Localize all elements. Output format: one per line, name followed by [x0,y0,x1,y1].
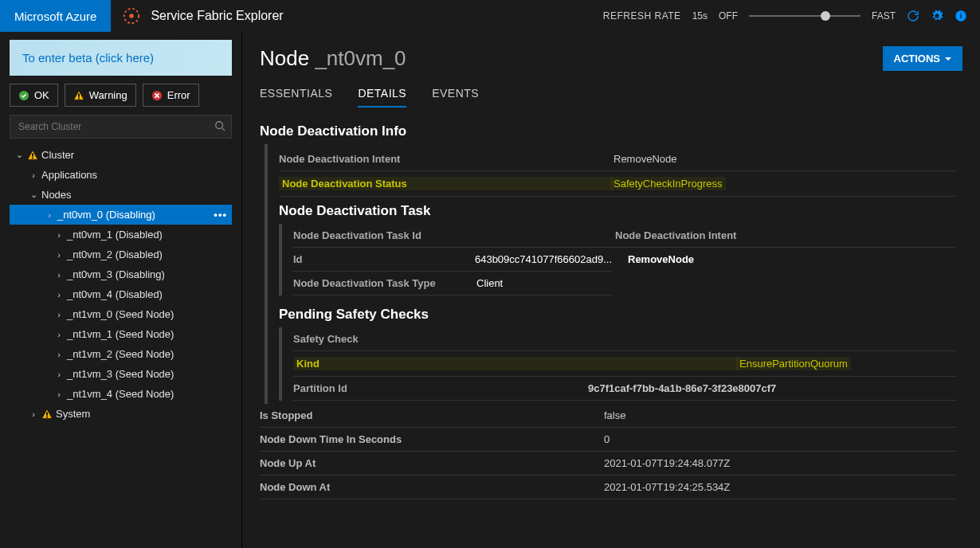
section-deactivation-task: Node Deactivation Task [279,203,956,219]
kv-row: Node Down At2021-01-07T19:24:25.534Z [260,476,956,499]
task-row: Node Deactivation Task TypeClient [293,272,612,296]
status-ok-button[interactable]: OK [10,84,58,107]
status-error-label: Error [167,89,190,101]
cluster-tree: ⌄ Cluster › Applications ⌄ Nodes › _nt0v… [10,145,232,424]
refresh-rate-label: REFRESH RATE [603,10,681,22]
kv-row: Node Up At2021-01-07T19:24:48.077Z [260,452,956,476]
tree-label: _nt1vm_4 (Seed Node) [67,388,174,400]
tree-node-item[interactable]: ›_nt0vm_1 (Disabled) [10,225,232,245]
beta-banner[interactable]: To enter beta (click here) [10,40,232,76]
svg-rect-16 [46,416,48,417]
kv-key: Node Deactivation Status [279,177,613,190]
app-title: Service Fabric Explorer [151,9,283,23]
title-node-name: _nt0vm_0 [315,46,406,70]
tab-details[interactable]: DETAILS [358,87,406,108]
tree-label: Nodes [41,189,72,201]
tree-label: System [56,408,90,420]
search-container [10,115,232,139]
tab-essentials[interactable]: ESSENTIALS [260,87,332,108]
tree-node-item[interactable]: ›_nt1vm_4 (Seed Node) [10,384,232,404]
tree-label: _nt1vm_1 (Seed Node) [67,328,174,340]
top-right-controls: REFRESH RATE 15s OFF FAST i [603,10,980,22]
svg-rect-7 [78,97,80,99]
tree-node-item[interactable]: ›_nt1vm_2 (Seed Node) [10,344,232,364]
tree-node-item[interactable]: ›_nt1vm_1 (Seed Node) [10,324,232,344]
ok-icon [18,90,29,101]
refresh-icon[interactable] [907,10,919,22]
tree-node-item[interactable]: ›_nt1vm_3 (Seed Node) [10,364,232,384]
section-safety-checks: Pending Safety Checks [279,307,956,323]
status-ok-label: OK [34,89,49,101]
kv-value: EnsurePartitionQuorum [736,357,851,370]
kv-key: Id [293,253,475,265]
chevron-right-icon: › [29,409,38,419]
tree-node-item[interactable]: ›_nt0vm_2 (Disabled) [10,245,232,264]
kv-row-highlighted: Node Deactivation StatusSafetyCheckInPro… [279,171,956,197]
tree-node-item[interactable]: › _nt0vm_0 (Disabling) ••• [10,205,232,225]
task-header-row: Node Deactivation Task Id Node Deactivat… [293,224,956,248]
kv-key: Node Deactivation Task Type [293,277,476,289]
tree-node-item[interactable]: ›_nt0vm_3 (Disabling) [10,264,232,284]
kv-value: Client [476,277,503,289]
tab-events[interactable]: EVENTS [432,87,479,108]
actions-button[interactable]: ACTIONS [883,46,963,71]
warning-icon [41,409,53,420]
chevron-right-icon: › [54,330,64,339]
task-col-header: Node Deactivation Intent [615,229,736,241]
kv-value: RemoveNode [628,253,694,265]
status-warning-button[interactable]: Warning [65,84,136,107]
caret-down-icon [945,57,951,61]
kv-key: Node Down Time In Seconds [260,433,604,445]
status-error-button[interactable]: Error [143,84,199,107]
chevron-right-icon: › [54,389,64,399]
kv-key: Kind [293,357,739,370]
tree-label: _nt0vm_4 (Disabled) [67,288,163,300]
top-bar: Microsoft Azure Service Fabric Explorer … [0,0,980,32]
svg-rect-6 [78,93,80,96]
tree-label: Applications [41,169,97,181]
kv-key: Node Deactivation Intent [279,153,613,165]
chevron-down-icon: ⌄ [14,150,24,160]
brand-badge[interactable]: Microsoft Azure [0,0,111,32]
kv-value: false [604,409,625,421]
tree-label: _nt0vm_3 (Disabling) [67,268,165,280]
chevron-right-icon: › [54,270,64,280]
status-warning-label: Warning [89,89,127,101]
tree-system[interactable]: › System [10,404,232,424]
main-header: Node _nt0vm_0 ACTIONS [260,46,962,71]
tree-label: _nt1vm_3 (Seed Node) [67,368,174,380]
task-row: RemoveNode [628,248,694,271]
slider-thumb[interactable] [821,11,830,21]
sidebar: To enter beta (click here) OK Warning Er… [0,32,242,548]
kv-key: Is Stopped [260,409,604,421]
service-fabric-logo-icon [122,6,141,25]
tree-cluster[interactable]: ⌄ Cluster [10,145,232,165]
tree-applications[interactable]: › Applications [10,165,232,185]
tree-label: _nt0vm_1 (Disabled) [67,229,163,241]
kv-row: Partition Id9c7f1caf-f7bb-4a1b-86e7-3f23… [293,377,956,401]
tree-label: _nt0vm_2 (Disabled) [67,249,163,260]
info-icon[interactable]: i [955,10,967,22]
warning-icon [73,90,84,101]
more-icon[interactable]: ••• [214,209,227,221]
main-panel: Node _nt0vm_0 ACTIONS ESSENTIALS DETAILS… [242,32,980,548]
kv-value: 0 [604,433,610,445]
gear-icon[interactable] [931,10,943,22]
search-input[interactable] [10,115,232,139]
chevron-down-icon: ⌄ [29,190,38,200]
kv-value: SafetyCheckInProgress [610,177,726,190]
chevron-right-icon: › [54,370,64,379]
kv-key: Node Up At [260,457,604,469]
svg-line-10 [222,128,225,131]
warning-icon [27,150,38,161]
tree-node-item[interactable]: ›_nt1vm_0 (Seed Node) [10,304,232,324]
chevron-right-icon: › [54,230,64,240]
svg-text:i: i [960,12,962,20]
title-prefix: Node [260,46,315,70]
search-icon [214,120,225,131]
page-title: Node _nt0vm_0 [260,46,406,71]
refresh-slider[interactable] [749,15,860,17]
details-content[interactable]: Node Deactivation Info Node Deactivation… [260,117,962,531]
tree-node-item[interactable]: ›_nt0vm_4 (Disabled) [10,284,232,304]
tree-nodes[interactable]: ⌄ Nodes [10,185,232,205]
